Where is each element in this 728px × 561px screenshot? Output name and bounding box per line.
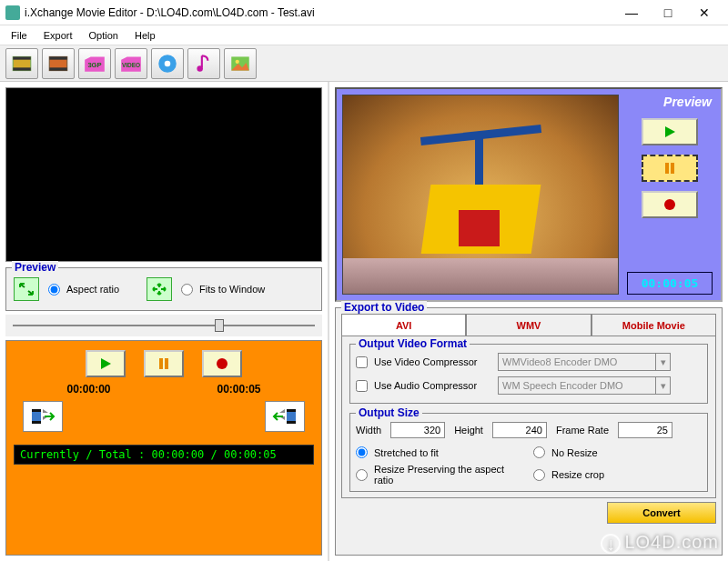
preview-play-button[interactable] (642, 118, 698, 145)
audio-encoder-combo[interactable]: WM Speech Encoder DMO▾ (498, 376, 671, 395)
timeline-slider[interactable] (13, 325, 315, 326)
height-input[interactable] (492, 422, 547, 438)
export-tabs: AVI WMV Mobile Movie (341, 314, 716, 336)
tab-avi[interactable]: AVI (341, 314, 466, 336)
play-button[interactable] (86, 350, 126, 377)
svg-rect-25 (671, 163, 674, 174)
output-video-format-fieldset: Output Video Format Use Video Compressor… (349, 344, 708, 404)
export-legend: Export to Video (341, 301, 427, 314)
resize-preserve-radio[interactable]: Resize Preserving the aspect ratio (356, 464, 524, 486)
svg-rect-14 (159, 358, 163, 369)
maximize-button[interactable]: □ (650, 0, 686, 25)
svg-rect-24 (665, 163, 669, 174)
svg-rect-1 (13, 56, 31, 59)
window-title: i.Xchange Movie Editor - D:\LO4D.com\LO4… (25, 6, 613, 19)
svg-point-10 (197, 65, 203, 72)
svg-text:VIDEO: VIDEO (122, 62, 140, 68)
preview-pause-button[interactable] (642, 155, 698, 182)
resize-crop-radio[interactable]: Resize crop (533, 464, 702, 486)
preview-panel: Preview 00:00:05 (335, 87, 723, 302)
svg-rect-18 (32, 409, 41, 412)
video-encoder-combo[interactable]: WMVideo8 Encoder DMO▾ (498, 353, 671, 371)
ovf-legend: Output Video Format (356, 337, 470, 350)
svg-point-16 (217, 358, 228, 369)
minimize-button[interactable]: — (613, 0, 650, 25)
preview-stop-button[interactable] (642, 191, 698, 218)
fits-window-label: Fits to Window (199, 284, 265, 295)
titlebar: i.Xchange Movie Editor - D:\LO4D.com\LO4… (0, 0, 728, 25)
svg-rect-5 (49, 67, 67, 70)
use-audio-label: Use Audio Compressor (374, 380, 477, 391)
svg-rect-2 (13, 67, 31, 70)
playback-panel: 00:00:00 00:00:05 Currently / Total : 00… (5, 340, 322, 556)
time-end: 00:00:05 (217, 383, 260, 396)
preview-controls: Preview 00:00:05 (624, 95, 715, 295)
menu-option[interactable]: Option (82, 28, 126, 43)
app-icon (5, 5, 20, 20)
resize-crop-label: Resize crop (551, 469, 604, 480)
chevron-down-icon: ▾ (655, 377, 670, 394)
svg-point-9 (165, 60, 171, 66)
time-start: 00:00:00 (66, 383, 110, 396)
tab-wmv[interactable]: WMV (466, 314, 591, 336)
toolbar-open-video-icon[interactable] (5, 48, 38, 79)
resize-none-radio[interactable]: No Resize (533, 446, 702, 458)
preview-video-display (342, 95, 619, 295)
toolbar-3gp-icon[interactable]: 3GP (78, 48, 111, 79)
close-button[interactable]: ✕ (686, 0, 723, 25)
svg-rect-21 (287, 409, 296, 412)
fit-window-icon[interactable] (147, 277, 172, 301)
toolbar-music-icon[interactable] (187, 48, 220, 79)
resize-preserve-label: Resize Preserving the aspect ratio (374, 464, 524, 486)
use-audio-compressor-checkbox[interactable]: Use Audio Compressor (356, 380, 492, 392)
framerate-label: Frame Rate (556, 425, 609, 436)
menu-file[interactable]: File (4, 28, 35, 43)
right-column: Preview 00:00:05 Export to Video AVI WMV… (328, 82, 728, 561)
svg-point-12 (236, 59, 239, 63)
width-label: Width (356, 425, 381, 436)
toolbar-disc-icon[interactable] (151, 48, 184, 79)
source-video-pane (5, 87, 322, 262)
tab-mobile[interactable]: Mobile Movie (592, 314, 716, 336)
audio-encoder-value: WM Speech Encoder DMO (502, 380, 623, 391)
width-input[interactable] (390, 422, 445, 438)
svg-rect-19 (32, 421, 41, 424)
video-encoder-value: WMVideo8 Encoder DMO (502, 356, 617, 367)
resize-stretch-label: Stretched to fit (374, 447, 439, 458)
svg-marker-23 (665, 126, 675, 137)
toolbar-open-video2-icon[interactable] (42, 48, 75, 79)
toolbar: 3GP VIDEO (0, 45, 728, 82)
preview-options-fieldset: Preview Aspect ratio Fits to Window (5, 267, 322, 311)
tab-body: Output Video Format Use Video Compressor… (341, 336, 716, 498)
use-video-compressor-checkbox[interactable]: Use Video Compressor (356, 356, 492, 368)
svg-marker-13 (101, 358, 111, 369)
svg-rect-15 (165, 358, 168, 369)
stop-button[interactable] (202, 350, 242, 377)
mark-out-button[interactable] (265, 401, 305, 432)
output-size-fieldset: Output Size Width Height Frame Rate Stre… (349, 413, 708, 492)
menu-help[interactable]: Help (127, 28, 163, 43)
pause-button[interactable] (144, 350, 184, 377)
toolbar-image-icon[interactable] (224, 48, 257, 79)
menubar: File Export Option Help (0, 25, 728, 45)
content: Preview Aspect ratio Fits to Window 00:0… (0, 82, 728, 561)
svg-rect-4 (49, 56, 67, 59)
menu-export[interactable]: Export (36, 28, 80, 43)
chevron-down-icon: ▾ (655, 354, 670, 370)
aspect-ratio-radio[interactable]: Aspect ratio (48, 284, 119, 296)
svg-text:3GP: 3GP (87, 61, 101, 69)
height-label: Height (454, 425, 483, 436)
resize-stretch-radio[interactable]: Stretched to fit (356, 446, 524, 458)
fits-window-radio[interactable]: Fits to Window (181, 284, 265, 296)
timeline-thumb[interactable] (215, 319, 224, 332)
resize-none-label: No Resize (551, 447, 598, 458)
export-video-fieldset: Export to Video AVI WMV Mobile Movie Out… (335, 307, 723, 556)
aspect-ratio-icon[interactable] (14, 277, 39, 301)
toolbar-video-folder-icon[interactable]: VIDEO (115, 48, 147, 79)
osize-legend: Output Size (356, 406, 422, 419)
framerate-input[interactable] (618, 422, 672, 438)
mark-in-button[interactable] (23, 401, 63, 432)
timeline-slider-row (5, 315, 322, 336)
preview-label: Preview (663, 95, 715, 109)
convert-button[interactable]: Convert (607, 502, 716, 524)
